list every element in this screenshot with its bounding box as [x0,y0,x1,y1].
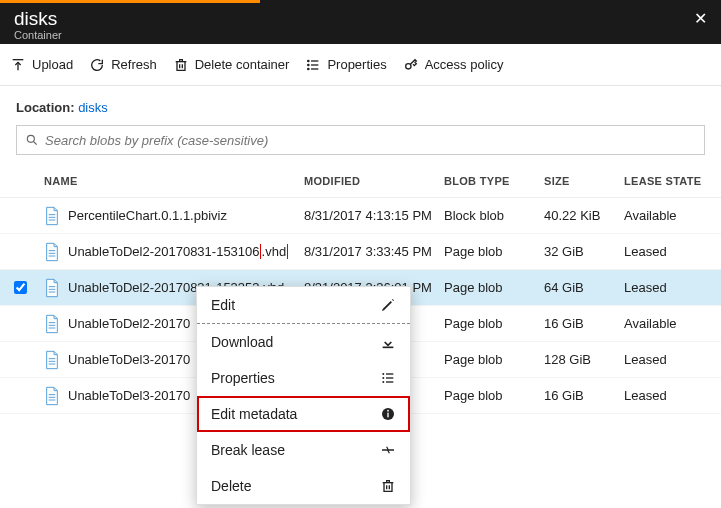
col-size[interactable]: SIZE [540,175,620,187]
key-icon [403,57,419,73]
highlight-suffix: .vhd [260,244,289,259]
cell-size: 32 GiB [540,244,620,259]
blade-subtitle: Container [14,29,62,41]
cell-blobtype: Page blob [440,316,540,331]
breadcrumb: Location: disks [0,86,721,125]
cm-edit-label: Edit [211,297,235,313]
blob-name: UnableToDel2-20170831-153106.vhd [68,244,288,259]
cm-properties-label: Properties [211,370,275,386]
blade-title: disks [14,9,62,29]
svg-point-9 [382,381,384,383]
refresh-label: Refresh [111,57,157,72]
cm-properties[interactable]: Properties [197,360,410,396]
cell-lease: Leased [620,388,720,403]
cell-lease: Leased [620,244,720,259]
search-input[interactable] [45,133,696,148]
cm-delete[interactable]: Delete [197,468,410,504]
svg-rect-6 [386,373,393,374]
break-icon [380,442,396,458]
search-box[interactable] [16,125,705,155]
trash-icon [380,478,396,494]
col-modified[interactable]: MODIFIED [300,175,440,187]
cell-size: 128 GiB [540,352,620,367]
table-header: NAME MODIFIED BLOB TYPE SIZE LEASE STATE [0,165,721,198]
list-icon [305,57,321,73]
cm-delete-label: Delete [211,478,251,494]
upload-icon [10,57,26,73]
svg-point-5 [382,373,384,375]
properties-button[interactable]: Properties [305,57,386,73]
blob-name: UnableToDel2-20170 [68,316,190,331]
file-icon [44,350,60,370]
cell-size: 16 GiB [540,388,620,403]
trash-icon [173,57,189,73]
delete-container-label: Delete container [195,57,290,72]
cell-blobtype: Page blob [440,244,540,259]
file-icon [44,278,60,298]
cm-break-lease-label: Break lease [211,442,285,458]
cell-blobtype: Page blob [440,352,540,367]
file-icon [44,206,60,226]
svg-point-0 [308,60,309,61]
title-block: disks Container [14,9,62,41]
cell-modified: 8/31/2017 4:13:15 PM [300,208,440,223]
svg-point-2 [308,68,309,69]
close-icon[interactable]: ✕ [694,9,707,28]
cell-size: 64 GiB [540,280,620,295]
location-link[interactable]: disks [78,100,108,115]
search-icon [25,133,39,147]
cell-lease: Leased [620,352,720,367]
blob-name: UnableToDel3-20170 [68,388,190,403]
cm-edit-metadata[interactable]: Edit metadata [197,396,410,432]
blob-name: PercentileChart.0.1.1.pbiviz [68,208,227,223]
download-icon [380,334,396,350]
access-policy-button[interactable]: Access policy [403,57,504,73]
svg-rect-12 [387,413,388,418]
table-row[interactable]: PercentileChart.0.1.1.pbiviz8/31/2017 4:… [0,198,721,234]
info-icon [380,406,396,422]
refresh-button[interactable]: Refresh [89,57,157,73]
cell-blobtype: Block blob [440,208,540,223]
properties-label: Properties [327,57,386,72]
cell-blobtype: Page blob [440,388,540,403]
cm-edit[interactable]: Edit [197,287,410,324]
cell-modified: 8/31/2017 3:33:45 PM [300,244,440,259]
upload-label: Upload [32,57,73,72]
svg-rect-8 [386,377,393,378]
toolbar: Upload Refresh Delete container Properti… [0,44,721,86]
svg-point-4 [27,135,34,142]
cell-size: 16 GiB [540,316,620,331]
access-policy-label: Access policy [425,57,504,72]
svg-rect-10 [386,381,393,382]
blob-name: UnableToDel3-20170 [68,352,190,367]
col-lease[interactable]: LEASE STATE [620,175,720,187]
search-wrap [0,125,721,165]
cell-lease: Leased [620,280,720,295]
delete-container-button[interactable]: Delete container [173,57,290,73]
row-checkbox[interactable] [14,281,27,294]
col-name[interactable]: NAME [40,175,300,187]
file-icon [44,314,60,334]
location-label: Location: [16,100,75,115]
pencil-icon [380,297,396,313]
cm-break-lease[interactable]: Break lease [197,432,410,468]
blade-header: disks Container ✕ [0,0,721,44]
table-row[interactable]: UnableToDel2-20170831-153106.vhd8/31/201… [0,234,721,270]
svg-point-7 [382,377,384,379]
file-icon [44,386,60,406]
context-menu: Edit Download Properties Edit metadata B… [196,286,411,505]
list-icon [380,370,396,386]
cm-download-label: Download [211,334,273,350]
upload-button[interactable]: Upload [10,57,73,73]
cm-download[interactable]: Download [197,324,410,360]
svg-point-13 [387,410,389,412]
refresh-icon [89,57,105,73]
col-blobtype[interactable]: BLOB TYPE [440,175,540,187]
file-icon [44,242,60,262]
cell-lease: Available [620,316,720,331]
svg-point-1 [308,64,309,65]
cell-size: 40.22 KiB [540,208,620,223]
cm-edit-metadata-label: Edit metadata [211,406,297,422]
svg-point-3 [405,63,410,68]
cell-lease: Available [620,208,720,223]
